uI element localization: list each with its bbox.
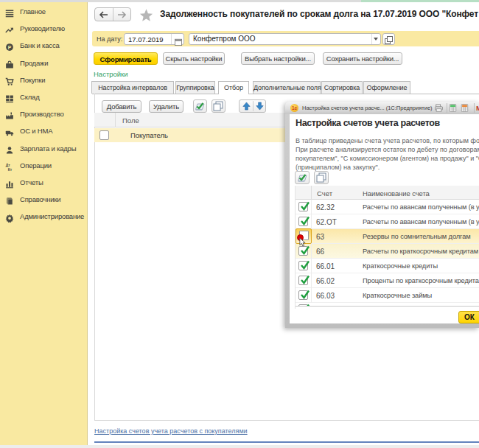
svg-text:Дт: Дт: [6, 164, 10, 167]
svg-text:Кт: Кт: [8, 167, 13, 171]
svg-text:P: P: [8, 45, 12, 50]
